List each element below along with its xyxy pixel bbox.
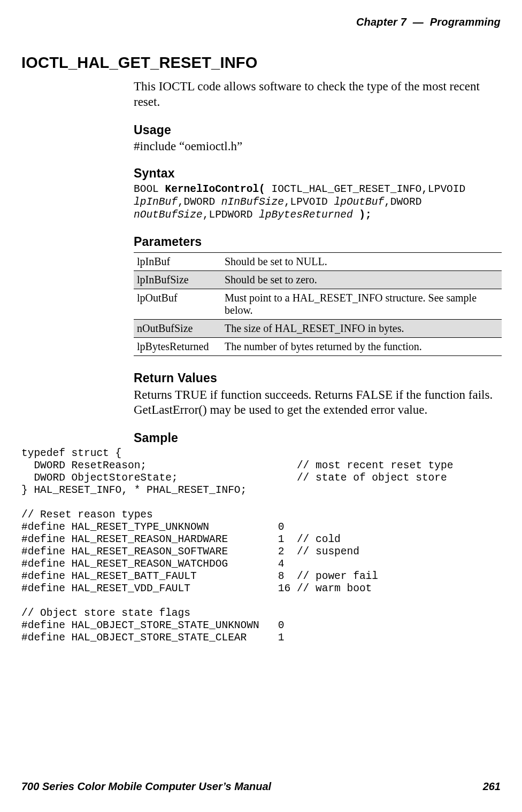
param-name: nOutBufSize <box>134 319 221 337</box>
chapter-topic: Programming <box>430 16 501 28</box>
parameters-table: lpInBuf Should be set to NULL. lpInBufSi… <box>134 252 502 356</box>
param-desc: Should be set to zero. <box>221 270 502 289</box>
usage-heading: Usage <box>134 123 501 137</box>
param-name: lpInBufSize <box>134 270 221 289</box>
syntax-p5a: ,LPDWORD <box>203 209 259 221</box>
param-name: lpInBuf <box>134 252 221 270</box>
syntax-p4a: ,DWORD <box>384 196 421 208</box>
syntax-p2a: ,DWORD <box>178 196 221 208</box>
table-row: lpBytesReturned The number of bytes retu… <box>134 337 502 355</box>
return-values-heading: Return Values <box>134 371 501 385</box>
syntax-end: ); <box>353 209 372 221</box>
param-desc: The size of HAL_RESET_INFO in bytes. <box>221 319 502 337</box>
syntax-ret: BOOL <box>134 183 165 195</box>
param-desc: Should be set to NULL. <box>221 252 502 270</box>
table-row: lpInBuf Should be set to NULL. <box>134 252 502 270</box>
running-header: Chapter 7 — Programming <box>21 16 501 28</box>
syntax-p2b: nInBufSize <box>221 196 284 208</box>
syntax-fn: KernelIoControl( <box>165 183 272 195</box>
syntax-block: BOOL KernelIoControl( IOCTL_HAL_GET_RESE… <box>134 183 501 222</box>
usage-include: #include “oemioctl.h” <box>134 140 501 153</box>
manual-title: 700 Series Color Mobile Computer User’s … <box>21 780 271 793</box>
return-values-text: Returns TRUE if function succeeds. Retur… <box>134 388 501 419</box>
page-title: IOCTL_HAL_GET_RESET_INFO <box>21 54 501 72</box>
sample-heading: Sample <box>134 431 501 445</box>
parameters-heading: Parameters <box>134 235 501 249</box>
syntax-p3b: lpOutBuf <box>334 196 385 208</box>
header-separator: — <box>413 16 424 28</box>
param-desc: The number of bytes returned by the func… <box>221 337 502 355</box>
table-row: nOutBufSize The size of HAL_RESET_INFO i… <box>134 319 502 337</box>
page-number: 261 <box>483 780 501 793</box>
param-name: lpBytesReturned <box>134 337 221 355</box>
syntax-p3a: ,LPVOID <box>284 196 334 208</box>
chapter-number: 7 <box>401 16 406 28</box>
page-footer: 700 Series Color Mobile Computer User’s … <box>21 780 501 793</box>
sample-code: typedef struct { DWORD ResetReason; // m… <box>21 447 501 644</box>
syntax-p5b: lpBytesReturned <box>259 209 353 221</box>
param-desc: Must point to a HAL_RESET_INFO structure… <box>221 289 502 319</box>
syntax-p4b: nOutBufSize <box>134 209 203 221</box>
syntax-heading: Syntax <box>134 166 501 181</box>
table-row: lpOutBuf Must point to a HAL_RESET_INFO … <box>134 289 502 319</box>
syntax-p1b: lpInBuf <box>134 196 178 208</box>
syntax-p1a: IOCTL_HAL_GET_RESET_INFO,LPVOID <box>271 183 465 195</box>
chapter-label: Chapter <box>356 16 397 28</box>
param-name: lpOutBuf <box>134 289 221 319</box>
table-row: lpInBufSize Should be set to zero. <box>134 270 502 289</box>
intro-paragraph: This IOCTL code allows software to check… <box>134 79 501 110</box>
